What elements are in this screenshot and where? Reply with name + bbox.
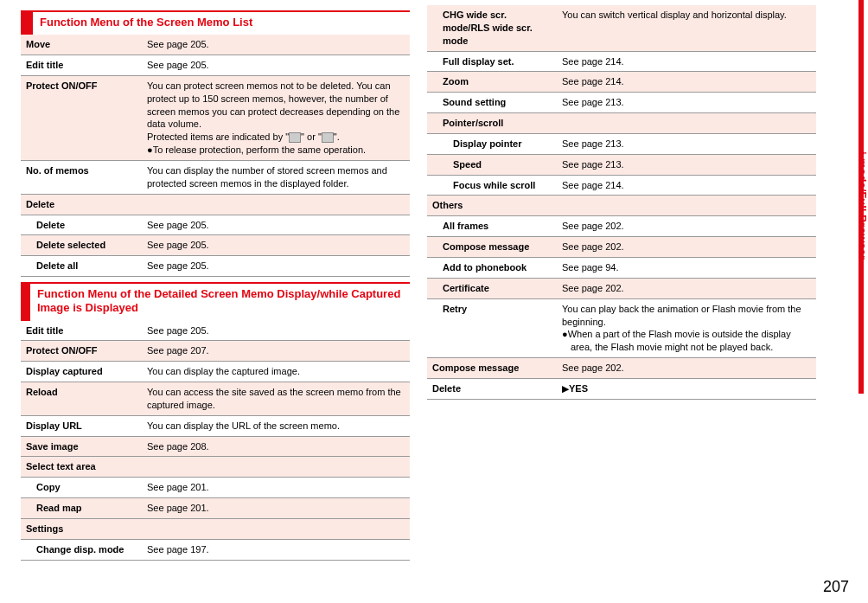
subsection-label: Select text area	[21, 457, 410, 478]
menu-table-2a: Edit title See page 205. Protect ON/OFF …	[21, 321, 410, 561]
table-row: Sound setting See page 213.	[427, 93, 816, 113]
table-row: Display URL You can display the URL of t…	[21, 415, 410, 436]
row-label: Edit title	[21, 55, 142, 76]
text: " or "	[301, 132, 322, 142]
row-desc: See page 201.	[142, 478, 410, 498]
section-header-2: Function Menu of the Detailed Screen Mem…	[21, 282, 410, 321]
bullet-text: ●To release protection, perform the same…	[147, 144, 366, 157]
table-row: Protect ON/OFF You can protect screen me…	[21, 75, 410, 160]
row-desc: See page 213.	[557, 154, 816, 175]
row-desc: You can access the site saved as the scr…	[142, 382, 410, 416]
row-label: Copy	[21, 478, 142, 498]
row-label: Compose message	[427, 358, 557, 379]
table-row: Certificate See page 202.	[427, 278, 816, 298]
right-column: CHG wide scr. mode/RLS wide scr. mode Yo…	[427, 5, 816, 561]
row-label: Delete	[427, 378, 557, 399]
red-block-icon	[21, 284, 30, 321]
row-desc: You can switch vertical display and hori…	[557, 5, 816, 51]
row-label: Display pointer	[427, 133, 557, 154]
table-row: Retry You can play back the animation or…	[427, 298, 816, 357]
row-label: Change disp. mode	[21, 539, 142, 560]
protect-icon	[289, 132, 301, 143]
table-row: Reload You can access the site saved as …	[21, 382, 410, 416]
table-row: All frames See page 202.	[427, 216, 816, 237]
row-label: No. of memos	[21, 161, 142, 195]
row-label: Add to phonebook	[427, 257, 557, 278]
row-label: Focus while scroll	[427, 175, 557, 196]
menu-table-2b: CHG wide scr. mode/RLS wide scr. mode Yo…	[427, 5, 816, 400]
row-desc: See page 94.	[557, 257, 816, 278]
table-row: Delete See page 205.	[21, 215, 410, 235]
row-label: Protect ON/OFF	[21, 75, 142, 160]
subsection-label: Pointer/scroll	[427, 113, 816, 134]
row-desc: See page 213.	[557, 93, 816, 113]
row-desc: See page 202.	[557, 237, 816, 258]
arrow-icon: ▶	[562, 383, 569, 394]
row-label: Sound setting	[427, 93, 557, 113]
subsection-row: Delete	[21, 194, 410, 215]
row-label: Read map	[21, 498, 142, 519]
side-tab: i-mode/Full Browser	[851, 0, 868, 603]
row-desc: See page 205.	[142, 215, 410, 235]
row-desc: You can play back the animation or Flash…	[557, 298, 816, 357]
text: Protected items are indicated by "	[147, 132, 289, 142]
table-row: No. of memos You can display the number …	[21, 161, 410, 195]
table-row: Delete ▶YES	[427, 378, 816, 399]
bullet-text: ●When a part of the Flash movie is outsi…	[562, 328, 811, 354]
table-row: Edit title See page 205.	[21, 321, 410, 341]
row-label: Retry	[427, 298, 557, 357]
row-desc: You can protect screen memos not to be d…	[142, 75, 410, 160]
row-label: Zoom	[427, 72, 557, 93]
table-row: Delete all See page 205.	[21, 256, 410, 277]
row-desc: See page 202.	[557, 278, 816, 298]
subsection-label: Delete	[21, 194, 410, 215]
row-desc: You can display the number of stored scr…	[142, 161, 410, 195]
row-label: All frames	[427, 216, 557, 237]
row-label: Move	[21, 35, 142, 55]
table-row: Add to phonebook See page 94.	[427, 257, 816, 278]
row-label: Display URL	[21, 415, 142, 436]
section-title-1: Function Menu of the Screen Memo List	[33, 12, 259, 35]
subsection-row: Settings	[21, 519, 410, 540]
table-row: Delete selected See page 205.	[21, 235, 410, 256]
row-desc: See page 202.	[557, 358, 816, 379]
row-label: Delete all	[21, 256, 142, 277]
row-desc: See page 205.	[142, 321, 410, 341]
table-row: Full display set. See page 214.	[427, 51, 816, 72]
table-row: Zoom See page 214.	[427, 72, 816, 93]
row-label: Delete	[21, 215, 142, 235]
row-label: Protect ON/OFF	[21, 341, 142, 362]
page-number: 207	[823, 578, 849, 596]
table-row: Edit title See page 205.	[21, 55, 410, 76]
row-label: Full display set.	[427, 51, 557, 72]
row-label: Delete selected	[21, 235, 142, 256]
subsection-label: Settings	[21, 519, 410, 540]
row-desc: See page 213.	[557, 133, 816, 154]
row-desc: See page 197.	[142, 539, 410, 560]
subsection-row: Pointer/scroll	[427, 113, 816, 134]
row-desc: See page 214.	[557, 175, 816, 196]
row-desc: See page 207.	[142, 341, 410, 362]
section-header-1: Function Menu of the Screen Memo List	[21, 10, 410, 35]
row-desc: See page 202.	[557, 216, 816, 237]
table-row: Display pointer See page 213.	[427, 133, 816, 154]
table-row: Speed See page 213.	[427, 154, 816, 175]
table-row: Compose message See page 202.	[427, 237, 816, 258]
menu-table-1: Move See page 205. Edit title See page 2…	[21, 35, 410, 277]
left-column: Function Menu of the Screen Memo List Mo…	[21, 5, 410, 561]
section-title-2: Function Menu of the Detailed Screen Mem…	[30, 284, 410, 321]
text: You can protect screen memos not to be d…	[147, 80, 399, 130]
table-row: Change disp. mode See page 197.	[21, 539, 410, 560]
table-row: Focus while scroll See page 214.	[427, 175, 816, 196]
subsection-row: Select text area	[21, 457, 410, 478]
row-label: Display captured	[21, 362, 142, 382]
table-row: CHG wide scr. mode/RLS wide scr. mode Yo…	[427, 5, 816, 51]
yes-text: YES	[569, 383, 588, 394]
row-desc: You can display the URL of the screen me…	[142, 415, 410, 436]
row-desc: See page 214.	[557, 72, 816, 93]
subsection-label: Others	[427, 196, 816, 216]
row-desc: See page 205.	[142, 256, 410, 277]
subsection-row: Others	[427, 196, 816, 216]
row-label: Edit title	[21, 321, 142, 341]
row-desc: You can display the captured image.	[142, 362, 410, 382]
